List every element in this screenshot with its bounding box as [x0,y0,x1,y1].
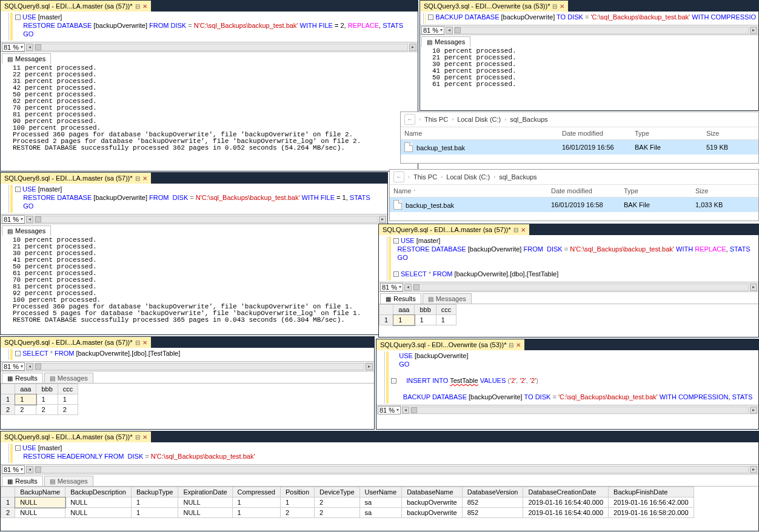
col-name[interactable]: Name [401,127,558,139]
h-scrollbar[interactable] [413,284,749,291]
close-icon[interactable]: ✕ [521,227,526,233]
zoom-combo[interactable]: 81 % [2,43,25,52]
tab-title: SQLQuery8.sql - EDI...LA.master (sa (57)… [4,2,133,10]
table-row[interactable]: 2NULLNULL1NULL122sabackupOverwrite852201… [1,508,694,518]
code-editor[interactable]: -SELECT * FROM [backupOverwrite].[dbo].[… [1,348,374,361]
col-type[interactable]: Type [631,127,703,139]
pin-icon[interactable]: ⊟ [135,175,140,182]
column-headers[interactable]: Name Date modified Type Size [401,127,758,140]
zoom-combo[interactable]: 81 % [378,406,401,414]
collapse-icon[interactable]: - [15,15,21,20]
pin-icon[interactable]: ⊟ [135,339,140,346]
col-size[interactable]: Size [703,127,758,139]
sort-asc-icon: ˄ [413,189,416,195]
zoom-combo[interactable]: 81 % [2,465,25,474]
collapse-icon[interactable]: - [15,187,21,192]
breadcrumb[interactable]: sql_Backups [499,173,537,181]
code-editor[interactable]: USE [backupOverwrite] GO - INSERT INTO T… [376,350,758,405]
table-row[interactable]: 1NULLNULL1NULL112sabackupOverwrite852201… [1,497,694,508]
breadcrumb[interactable]: Local Disk (C:) [446,173,490,181]
col-date[interactable]: Date modified [558,127,631,139]
pin-icon[interactable]: ⊟ [509,342,513,348]
messages-tab[interactable]: Messages [44,373,93,383]
results-grid[interactable]: aaabbbccc 1111 2222 [1,383,374,415]
file-explorer-2: ← ›This PC ›Local Disk (C:) ›sql_Backups… [389,169,759,221]
pin-icon[interactable]: ⊟ [513,227,518,233]
col-date[interactable]: Date modified [547,185,620,197]
close-icon[interactable]: ✕ [516,342,521,348]
file-row[interactable]: backup_test.bak 16/01/2019 16:58 BAK Fil… [390,198,758,212]
document-tab[interactable]: SQLQuery8.sql - EDI...LA.master (sa (57)… [1,1,151,12]
tab-title: SQLQuery3.sql - EDI...Overwrite (sa (53)… [424,2,550,10]
collapse-icon[interactable]: - [15,351,21,356]
breadcrumb[interactable]: This PC [413,173,437,181]
code-editor[interactable]: -USE [master] RESTORE DATABASE [backupOv… [1,12,418,42]
zoom-combo[interactable]: 81 % [2,215,25,224]
h-scrollbar[interactable] [35,363,364,370]
zoom-combo[interactable]: 81 % [421,26,444,35]
messages-tab[interactable]: Messages [2,53,51,64]
col-size[interactable]: Size [692,185,758,197]
h-scrollbar[interactable] [35,466,749,473]
results-grid[interactable]: aaabbbccc 1111 [379,304,758,325]
collapse-icon[interactable]: - [391,378,396,384]
results-grid[interactable]: BackupNameBackupDescriptionBackupTypeExp… [1,486,758,518]
document-tab[interactable]: SQLQuery8.sql - EDI...LA.master (sa (57)… [1,431,151,442]
query-pane-backup1: SQLQuery3.sql - EDI...Overwrite (sa (53)… [420,0,759,111]
scroll-left-icon[interactable]: ◂ [26,44,33,51]
col-type[interactable]: Type [620,185,692,197]
headeronly-table[interactable]: BackupNameBackupDescriptionBackupTypeExp… [1,487,694,518]
code-editor[interactable]: -USE [master] RESTORE DATABASE [backupOv… [379,235,758,282]
code-editor[interactable]: -USE [master] RESTORE HEADERONLY FROM DI… [1,442,758,464]
messages-tab[interactable]: Messages [44,476,93,486]
collapse-icon[interactable]: - [15,445,21,451]
query-pane-restore-select: SQLQuery8.sql - EDI...LA.master (sa (57)… [378,224,759,337]
zoom-combo[interactable]: 81 % [2,362,25,371]
query-pane-restore-file1: SQLQuery8.sql - EDI...LA.master (sa (57)… [0,172,388,335]
h-scrollbar[interactable] [35,44,408,51]
back-button[interactable]: ← [393,171,404,182]
document-tab[interactable]: SQLQuery8.sql - EDI...LA.master (sa (57)… [1,337,151,348]
messages-tab[interactable]: Messages [423,293,472,304]
scroll-right-icon[interactable]: ▸ [409,44,416,51]
results-tab[interactable]: Results [2,476,43,486]
pin-icon[interactable]: ⊟ [135,3,140,10]
document-tab[interactable]: SQLQuery8.sql - EDI...LA.master (sa (57)… [379,224,529,235]
collapse-icon[interactable]: - [393,271,399,277]
collapse-icon[interactable]: - [428,15,433,20]
file-explorer-1: ← ›This PC ›Local Disk (C:) ›sql_Backups… [400,111,759,164]
h-scrollbar[interactable] [410,407,749,414]
query-pane-headeronly: SQLQuery8.sql - EDI...LA.master (sa (57)… [0,431,759,531]
close-icon[interactable]: ✕ [142,339,147,346]
address-bar[interactable]: ← ›This PC ›Local Disk (C:) ›sql_Backups [401,112,758,127]
document-tab[interactable]: SQLQuery3.sql - EDI...Overwrite (sa (53)… [376,339,524,350]
close-icon[interactable]: ✕ [142,3,147,10]
column-headers[interactable]: Name˄ Date modified Type Size [390,185,758,198]
results-tab[interactable]: Results [380,293,421,304]
collapse-icon[interactable]: - [393,238,399,244]
breadcrumb[interactable]: sql_Backups [510,116,547,123]
close-icon[interactable]: ✕ [142,175,147,182]
document-tab[interactable]: SQLQuery8.sql - EDI...LA.master (sa (57)… [1,173,151,184]
col-name[interactable]: Name˄ [390,185,547,197]
pin-icon[interactable]: ⊟ [135,434,140,441]
breadcrumb[interactable]: Local Disk (C:) [457,116,501,123]
close-icon[interactable]: ✕ [560,3,564,10]
breadcrumb[interactable]: This PC [424,116,448,123]
results-tab[interactable]: Results [2,373,43,383]
zoom-combo[interactable]: 81 % [380,283,403,291]
messages-tab[interactable]: Messages [2,225,51,236]
back-button[interactable]: ← [404,114,415,125]
messages-output: 11 percent processed. 22 percent process… [1,64,418,154]
document-tab[interactable]: SQLQuery3.sql - EDI...Overwrite (sa (53)… [420,1,568,12]
h-scrollbar[interactable] [35,216,378,223]
messages-tab[interactable]: Messages [421,36,470,47]
code-editor[interactable]: -BACKUP DATABASE [backupOverwrite] TO DI… [420,12,758,25]
query-pane-restore-file2: SQLQuery8.sql - EDI...LA.master (sa (57)… [0,0,418,171]
pin-icon[interactable]: ⊟ [552,3,557,10]
file-row[interactable]: backup_test.bak 16/01/2019 16:56 BAK Fil… [401,140,758,155]
close-icon[interactable]: ✕ [142,434,147,441]
address-bar[interactable]: ← ›This PC ›Local Disk (C:) ›sql_Backups [390,170,758,185]
code-editor[interactable]: -USE [master] RESTORE DATABASE [backupOv… [1,184,387,214]
h-scrollbar[interactable] [454,27,749,34]
